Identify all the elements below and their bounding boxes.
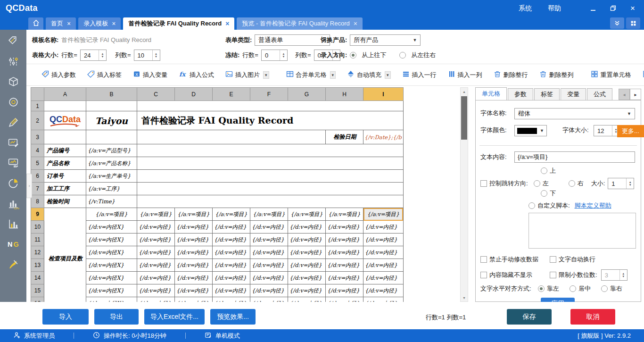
row-header-16[interactable]: 16 — [31, 297, 44, 302]
cols-count-stepper[interactable]: 10 ▲▼ — [134, 50, 160, 61]
cell-A1[interactable] — [44, 101, 86, 111]
cell-D10[interactable]: {/d:v=内径} — [175, 221, 213, 234]
cell-B2-brand[interactable]: Taiyou — [86, 111, 137, 130]
script-help-link[interactable]: 脚本定义帮助 — [575, 201, 611, 210]
cell-C2-title[interactable]: 首件检验记录 FAI Quality Record — [137, 111, 404, 130]
stepper-arrows-icon[interactable]: ▲▼ — [619, 270, 627, 280]
tab-close-icon[interactable]: × — [112, 20, 116, 27]
insert-row-button[interactable]: 插入一行 — [396, 68, 442, 82]
sidebar-item-pen[interactable] — [7, 259, 19, 271]
insert-formula-button[interactable]: fx插入公式 — [173, 68, 220, 82]
menu-help[interactable]: 帮助 — [548, 4, 561, 13]
col-header-I[interactable]: I — [363, 88, 404, 101]
cell-I14[interactable]: {/d:v=内径} — [363, 272, 404, 284]
panel-tabs-right-icon[interactable]: ▸ — [630, 89, 641, 100]
col-header-C[interactable]: C — [137, 88, 175, 101]
cell-I16[interactable]: {/d:v=内径} — [363, 297, 404, 302]
stepper-arrows-icon[interactable]: ▲▼ — [152, 50, 160, 60]
row-header-7[interactable]: 7 — [31, 183, 44, 195]
cell-D11[interactable]: {/d:v=内径} — [175, 234, 213, 246]
cell-I3[interactable]: {/v:Date};{/b — [363, 130, 404, 144]
jump-left-radio[interactable] — [534, 180, 540, 187]
hide-content-checkbox[interactable] — [480, 272, 487, 278]
cell-B13[interactable]: {/d:v=内径X} — [86, 259, 137, 272]
vertical-scrollbar[interactable]: ▲ ▼ — [460, 87, 468, 302]
cell-A4[interactable]: 产品编号 — [44, 144, 86, 157]
cell-C7[interactable] — [137, 183, 404, 195]
sidebar-item-tag[interactable] — [7, 36, 19, 48]
cell-F13[interactable]: {/d:v=内径} — [250, 259, 288, 272]
cell-D13[interactable]: {/d:v=内径} — [175, 259, 213, 272]
cell-E12[interactable]: {/d:v=内径} — [213, 246, 250, 259]
cell-F11[interactable]: {/d:v=内径} — [250, 234, 288, 246]
cell-I13[interactable]: {/d:v=内径} — [363, 259, 404, 272]
cell-B7[interactable]: {/a:v=工序} — [86, 183, 137, 195]
jump-right-radio[interactable] — [569, 180, 575, 187]
cell-H14[interactable]: {/d:v=内径} — [326, 272, 363, 284]
delete-col-button[interactable]: 删除整列 — [534, 68, 579, 82]
sidebar-item-sliders[interactable] — [7, 57, 19, 68]
cell-E16[interactable]: {/d:v=内径} — [213, 297, 250, 302]
word-wrap-checkbox[interactable] — [550, 256, 556, 263]
text-content-input[interactable] — [514, 151, 635, 163]
cell-B15[interactable]: {/d:v=内径X} — [86, 284, 137, 297]
align-right-radio[interactable] — [601, 285, 608, 292]
cell-C8[interactable] — [137, 195, 404, 208]
cell-H10[interactable]: {/d:v=内径} — [326, 221, 363, 234]
sidebar-item-bar-chart[interactable] — [7, 219, 19, 231]
cell-C4[interactable] — [137, 144, 404, 157]
tab-home[interactable] — [28, 17, 43, 30]
insert-image-button[interactable]: 插入图片▾ — [220, 68, 275, 82]
cell-C10[interactable]: {/d:v=内径} — [137, 221, 175, 234]
cell-C1[interactable] — [137, 101, 404, 111]
row-header-1[interactable]: 1 — [31, 101, 44, 111]
cell-H3[interactable]: 检验日期 — [326, 130, 363, 144]
sidebar-item-chart-edit[interactable] — [7, 138, 19, 150]
stepper-arrows-icon[interactable]: ▲▼ — [626, 178, 634, 189]
row-header-10[interactable]: 10 — [31, 221, 44, 234]
row-header-9[interactable]: 9 — [31, 208, 44, 221]
font-color-select[interactable]: ▼ — [514, 125, 547, 136]
cell-D14[interactable]: {/d:v=内径} — [175, 272, 213, 284]
panel-tab-参数[interactable]: 参数 — [508, 88, 533, 100]
cell-H9[interactable]: {/a:v=项目} — [326, 208, 363, 221]
custom-script-textarea[interactable] — [528, 213, 636, 249]
limit-decimals-checkbox[interactable] — [550, 272, 556, 278]
menu-system[interactable]: 系统 — [519, 4, 532, 13]
cell-C6[interactable] — [137, 170, 404, 183]
cell-A5[interactable]: 产品名称 — [44, 157, 86, 170]
scrollbar-thumb[interactable] — [461, 96, 467, 140]
insert-col-button[interactable]: 插入一列 — [442, 68, 488, 82]
row-header-12[interactable]: 12 — [31, 246, 44, 259]
sidebar-item-cube[interactable] — [7, 77, 19, 89]
cell-D12[interactable]: {/d:v=内径} — [175, 246, 213, 259]
cell-G15[interactable]: {/d:v=内径} — [288, 284, 326, 297]
reset-cell-button[interactable]: 重置单元格 — [585, 68, 637, 82]
cell-A3[interactable] — [44, 130, 86, 144]
cell-B8[interactable]: {/v:Time} — [86, 195, 137, 208]
row-header-4[interactable]: 4 — [31, 144, 44, 157]
dropdown-caret-icon[interactable]: ▾ — [263, 71, 269, 79]
cell-D15[interactable]: {/d:v=内径} — [175, 284, 213, 297]
row-header-14[interactable]: 14 — [31, 272, 44, 284]
tab-close-icon[interactable]: × — [354, 20, 357, 27]
cell-D16[interactable]: {/d:v=内径} — [175, 297, 213, 302]
cell-A2-logo[interactable]: QCData — [44, 111, 86, 130]
cell-I15[interactable]: {/d:v=内径} — [363, 284, 404, 297]
align-left-radio[interactable] — [538, 285, 545, 292]
switch-product-select[interactable]: 所有产品 ▼ — [350, 34, 421, 46]
cell-G12[interactable]: {/d:v=内径} — [288, 246, 326, 259]
jump-direction-checkbox[interactable] — [480, 180, 487, 187]
cell-I12[interactable]: {/d:v=内径} — [363, 246, 404, 259]
tab-close-icon[interactable]: × — [67, 20, 71, 27]
delete-row-button[interactable]: 删除整行 — [488, 68, 534, 82]
sidebar-item-pencil[interactable] — [7, 117, 19, 129]
cell-E15[interactable]: {/d:v=内径} — [213, 284, 250, 297]
cell-A9-section[interactable]: 检查项目及数 — [44, 208, 86, 302]
direction-top-down-radio[interactable] — [350, 52, 356, 58]
panel-tab-变量[interactable]: 变量 — [561, 88, 586, 100]
row-header-3[interactable]: 3 — [31, 130, 44, 144]
cell-C14[interactable]: {/d:v=内径} — [137, 272, 175, 284]
freeze-rows-stepper[interactable]: 0 ▲▼ — [261, 50, 288, 61]
cell-F14[interactable]: {/d:v=内径} — [250, 272, 288, 284]
